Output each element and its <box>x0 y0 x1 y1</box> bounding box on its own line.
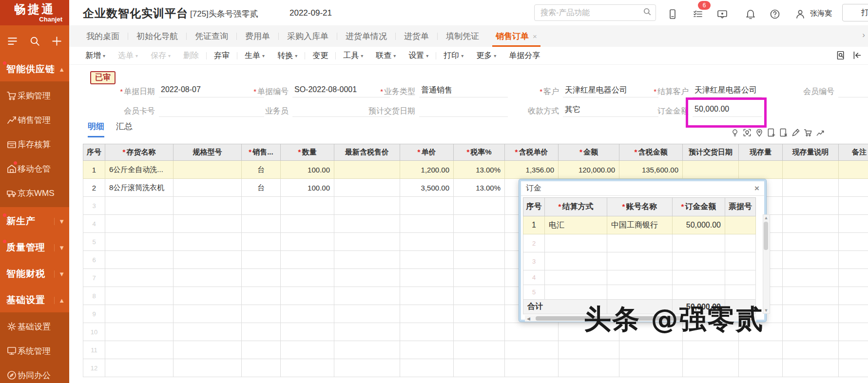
dialog-cell[interactable] <box>725 234 756 252</box>
tab-detail[interactable]: 明细 <box>88 121 104 137</box>
grid-cell[interactable] <box>839 287 868 305</box>
toolbar-弃审[interactable]: 弃审 <box>208 51 236 61</box>
grid-cell[interactable]: 100.00 <box>281 161 334 179</box>
grid-cell[interactable] <box>281 287 334 305</box>
grid-cell[interactable] <box>242 251 281 269</box>
grid-cell[interactable] <box>281 251 334 269</box>
grid-cell[interactable] <box>783 287 839 305</box>
grid-cell[interactable] <box>400 359 454 377</box>
grid-cell[interactable]: 13.00% <box>454 179 505 197</box>
grid-cell[interactable] <box>839 215 868 233</box>
grid-cell[interactable] <box>281 305 334 323</box>
tab-我的桌面[interactable]: 我的桌面 <box>78 25 128 47</box>
grid-cell[interactable] <box>174 305 242 323</box>
grid-cell[interactable] <box>334 215 400 233</box>
cart-icon[interactable] <box>803 128 813 137</box>
grid-cell[interactable]: 1,200.00 <box>400 161 454 179</box>
grid-cell[interactable]: 11 <box>83 341 105 359</box>
sidebar-item-京东WMS[interactable]: 京东WMS <box>0 181 69 205</box>
grid-cell[interactable] <box>839 359 868 377</box>
grid-cell[interactable] <box>281 359 334 377</box>
dialog-cell[interactable]: 5 <box>523 285 545 300</box>
grid-cell[interactable] <box>619 359 683 377</box>
grid-cell[interactable]: 7 <box>83 269 105 287</box>
grid-cell[interactable]: 135,600.00 <box>619 161 683 179</box>
grid-cell[interactable] <box>242 269 281 287</box>
sidebar-group-智能财税[interactable]: 智能财税▼ <box>0 262 69 286</box>
grid-cell[interactable] <box>334 197 400 215</box>
grid-cell[interactable]: 3 <box>83 197 105 215</box>
dialog-cell[interactable] <box>725 252 756 270</box>
grid-cell[interactable] <box>683 341 739 359</box>
dialog-cell[interactable]: 3 <box>523 252 545 270</box>
mobile-icon[interactable] <box>667 8 678 20</box>
open-button[interactable]: 打开 <box>842 4 868 21</box>
grid-cell[interactable] <box>105 215 174 233</box>
person-icon[interactable] <box>794 8 806 20</box>
grid-cell[interactable] <box>454 233 505 251</box>
grid-cell[interactable] <box>454 287 505 305</box>
grid-cell[interactable] <box>334 305 400 323</box>
grid-cell[interactable] <box>400 233 454 251</box>
grid-cell[interactable] <box>454 305 505 323</box>
grid-cell[interactable] <box>839 323 868 341</box>
grid-cell[interactable]: 台 <box>242 161 281 179</box>
grid-cell[interactable] <box>174 269 242 287</box>
sidebar-item-系统管理[interactable]: 系统管理 <box>0 339 69 363</box>
doc-zoom-icon[interactable] <box>836 50 846 62</box>
grid-cell[interactable] <box>281 233 334 251</box>
grid-cell[interactable] <box>105 287 174 305</box>
scroll-left-icon[interactable]: ◀ <box>525 316 532 321</box>
grid-cell[interactable] <box>105 359 174 377</box>
sidebar-item-采购管理[interactable]: 采购管理 <box>0 83 69 108</box>
dialog-cell[interactable] <box>545 252 607 270</box>
chevron-up-icon[interactable]: ▲ <box>54 66 65 73</box>
grid-cell[interactable] <box>242 323 281 341</box>
grid-cell[interactable]: 6 <box>83 251 105 269</box>
toolbar-工具[interactable]: 工具▾ <box>337 51 369 61</box>
grid-cell[interactable]: 120,000.00 <box>559 161 619 179</box>
sidebar-search-icon[interactable] <box>29 35 41 49</box>
toolbar-变更[interactable]: 变更 <box>306 51 334 61</box>
trend-icon[interactable] <box>815 128 825 137</box>
sidebar-group-新生产[interactable]: 新生产▼ <box>0 209 69 233</box>
grid-cell[interactable] <box>105 197 174 215</box>
dialog-vertical-scrollbar[interactable]: ▲ ▼ <box>763 214 770 314</box>
grid-cell[interactable] <box>334 341 400 359</box>
bell-icon[interactable] <box>745 8 756 20</box>
grid-cell[interactable] <box>242 359 281 377</box>
grid-cell[interactable] <box>739 161 783 179</box>
toolbar-打印[interactable]: 打印▾ <box>437 51 470 61</box>
sidebar-item-协同办公[interactable]: 协同办公 <box>0 363 69 383</box>
grid-cell[interactable] <box>334 269 400 287</box>
chevron-down-icon[interactable]: ▼ <box>54 270 65 278</box>
grid-cell[interactable] <box>334 233 400 251</box>
grid-cell[interactable] <box>783 161 839 179</box>
search-icon[interactable] <box>642 7 652 19</box>
tab-close-icon[interactable]: × <box>533 32 537 40</box>
collapse-left-icon[interactable] <box>852 50 862 62</box>
field-value-会员编号[interactable] <box>838 85 868 97</box>
dialog-cell[interactable] <box>545 270 607 285</box>
grid-cell[interactable] <box>174 323 242 341</box>
grid-cell[interactable] <box>454 251 505 269</box>
grid-cell[interactable] <box>105 323 174 341</box>
grid-cell[interactable] <box>839 305 868 323</box>
grid-cell[interactable] <box>505 323 559 341</box>
grid-cell[interactable] <box>174 233 242 251</box>
sidebar-item-基础设置[interactable]: 基础设置 <box>0 314 69 339</box>
grid-cell[interactable] <box>174 251 242 269</box>
grid-cell[interactable] <box>400 341 454 359</box>
toolbar-选单[interactable]: 选单▾ <box>112 51 144 61</box>
tab-初始化导航[interactable]: 初始化导航 <box>128 25 186 47</box>
dialog-cell[interactable] <box>545 285 607 300</box>
dialog-cell[interactable] <box>673 252 725 270</box>
sidebar-group-基础设置[interactable]: 基础设置▲ <box>0 288 69 312</box>
username[interactable]: 张海寞 <box>810 9 832 18</box>
grid-cell[interactable] <box>334 359 400 377</box>
grid-cell[interactable] <box>783 341 839 359</box>
toolbar-新增[interactable]: 新增▾ <box>79 51 112 61</box>
pin-icon[interactable] <box>754 128 764 137</box>
dialog-cell[interactable] <box>725 270 756 285</box>
grid-cell[interactable]: 2 <box>83 179 105 197</box>
